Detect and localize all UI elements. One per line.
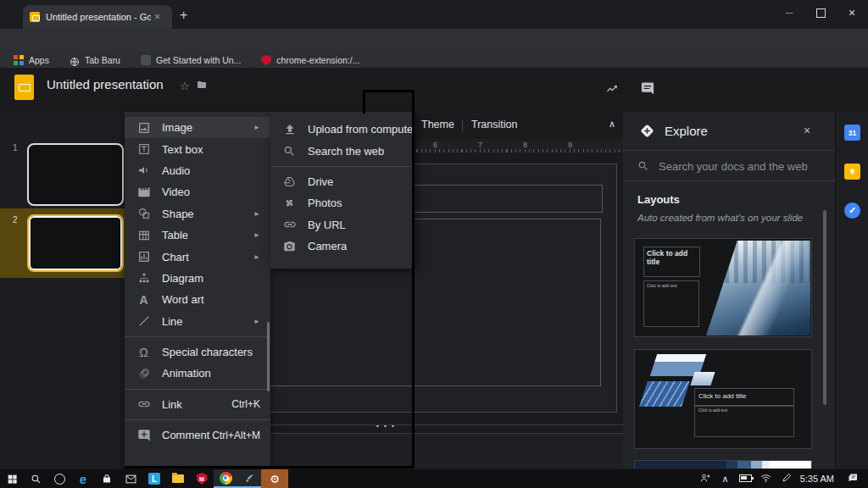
shape-icon xyxy=(136,207,151,221)
slide-thumbnail[interactable] xyxy=(27,143,124,206)
mcafee-m: M xyxy=(199,476,204,482)
menu-item-label: Table xyxy=(162,229,253,241)
store-icon[interactable] xyxy=(95,469,119,488)
slide-thumbnail-selected[interactable] xyxy=(27,214,124,272)
keep-icon[interactable] xyxy=(844,164,860,180)
menu-item-diagram[interactable]: Diagram xyxy=(125,268,270,289)
browser-tab[interactable]: Untitled presentation - Google Sl × xyxy=(23,5,172,29)
edge-icon[interactable]: e xyxy=(71,469,95,488)
menu-item-text-box[interactable]: Text box xyxy=(125,138,270,159)
menu-item-line[interactable]: Line ► xyxy=(125,311,270,332)
diagram-icon xyxy=(136,271,151,286)
submenu-item-upload-from-computer[interactable]: Upload from computer xyxy=(270,119,414,140)
menu-item-animation[interactable]: Animation xyxy=(125,363,270,384)
line-app-icon[interactable]: L xyxy=(142,469,166,488)
bookmark-chrome-extension[interactable]: chrome-extension:/... xyxy=(261,55,359,65)
paint3d-icon[interactable] xyxy=(237,469,261,488)
doc-star-icon[interactable]: ☆ xyxy=(180,80,190,92)
submenu-item-by-url[interactable]: By URL xyxy=(270,214,414,236)
bookmark-tab-baru[interactable]: Tab Baru xyxy=(70,55,120,65)
settings-gear-icon[interactable]: ⚙ xyxy=(261,469,288,488)
menu-item-word-art[interactable]: A Word art xyxy=(125,289,270,310)
wordart-icon: A xyxy=(136,292,151,307)
line-icon xyxy=(136,314,151,329)
ruler-number: 8 xyxy=(523,141,527,149)
menu-item-link[interactable]: Link Ctrl+K xyxy=(125,394,270,415)
menu-divider xyxy=(125,389,270,390)
submenu-item-drive[interactable]: Drive xyxy=(270,171,414,192)
document-title[interactable]: Untitled presentation xyxy=(47,77,164,92)
bulb-icon xyxy=(848,167,857,177)
menu-item-label: Audio xyxy=(162,164,260,177)
calendar-icon[interactable]: 31 xyxy=(844,125,860,141)
clock[interactable]: 5:35 AM xyxy=(800,474,834,484)
slide-thumbnail-row-1[interactable]: 1 xyxy=(0,137,125,208)
mcafee-icon[interactable]: M xyxy=(190,469,214,488)
new-tab-icon[interactable]: + xyxy=(180,8,187,22)
menu-item-shape[interactable]: Shape ► xyxy=(125,203,270,225)
notification-icon[interactable] xyxy=(843,473,863,485)
bookmark-get-started[interactable]: Get Started with Un... xyxy=(141,55,241,65)
overlay-frame-top xyxy=(363,90,415,92)
submenu-item-photos[interactable]: Photos xyxy=(270,192,414,214)
explore-close-icon[interactable]: × xyxy=(804,124,810,137)
submenu-arrow-icon: ► xyxy=(253,124,260,131)
slide-thumbnail-row-2-selected[interactable]: 2 xyxy=(0,208,125,278)
taskbar-search-icon[interactable] xyxy=(24,469,47,488)
menu-item-chart[interactable]: Chart ► xyxy=(125,246,270,267)
people-icon[interactable] xyxy=(695,473,715,485)
tasks-icon[interactable]: ✓ xyxy=(844,202,860,219)
explore-panel: Explore × Search your docs and the web L… xyxy=(623,112,835,469)
chrome-icon[interactable] xyxy=(214,469,237,488)
cortana-icon[interactable] xyxy=(47,469,71,488)
collapse-icon[interactable]: ∧ xyxy=(609,119,615,130)
menu-item-image[interactable]: Image ► xyxy=(125,117,270,138)
bookmark-apps[interactable]: Apps xyxy=(14,55,49,65)
menu-item-video[interactable]: Video xyxy=(125,181,270,202)
notes-handle-icon[interactable]: • • • xyxy=(376,422,396,430)
menu-item-special-characters[interactable]: Ω Special characters xyxy=(125,341,270,363)
start-icon[interactable] xyxy=(0,469,24,488)
wifi-icon[interactable] xyxy=(756,474,776,485)
explore-search[interactable]: Search your docs and the web xyxy=(623,151,835,181)
mail-icon[interactable] xyxy=(119,469,142,488)
battery-icon[interactable] xyxy=(736,474,756,484)
tab-close-icon[interactable]: × xyxy=(154,11,160,23)
bookmark-label: Get Started with Un... xyxy=(156,55,241,65)
trend-icon[interactable] xyxy=(604,82,620,96)
minimize-button[interactable]: — xyxy=(775,0,804,25)
by-url-icon xyxy=(282,218,297,232)
bookmark-label: Apps xyxy=(29,55,49,65)
transition-button[interactable]: Transition xyxy=(471,119,517,130)
link-icon xyxy=(136,397,151,412)
menu-divider xyxy=(125,336,270,337)
pen-icon[interactable] xyxy=(776,473,797,485)
layout-card-2[interactable]: Click to add title Click to add text xyxy=(634,349,812,449)
menu-item-audio[interactable]: Audio xyxy=(125,160,270,181)
restore-button[interactable] xyxy=(806,0,835,25)
camera-icon xyxy=(282,239,297,253)
side-panel-strip: 31 ✓ xyxy=(835,112,868,469)
tray-chevron-icon[interactable]: ∧ xyxy=(715,474,736,485)
submenu-item-search-the-web[interactable]: Search the web xyxy=(270,140,414,161)
comment-history-icon[interactable] xyxy=(640,81,655,96)
explorer-icon[interactable] xyxy=(166,469,190,488)
overlay-frame-right xyxy=(412,90,415,469)
menu-item-comment[interactable]: Comment Ctrl+Alt+M xyxy=(125,424,270,446)
submenu-item-camera[interactable]: Camera xyxy=(270,236,414,257)
menu-scrollbar[interactable] xyxy=(267,322,270,391)
slides-logo-icon[interactable] xyxy=(14,75,34,100)
layout-card-1[interactable]: Click to add title Click to add text xyxy=(634,238,812,337)
layout-card-3[interactable] xyxy=(634,460,812,469)
drive-icon xyxy=(282,175,297,189)
explore-scrollbar[interactable] xyxy=(823,210,826,405)
menu-item-label: Image xyxy=(162,121,253,134)
slide-number: 2 xyxy=(13,215,18,225)
menu-item-label: Word art xyxy=(162,293,260,306)
theme-button[interactable]: Theme xyxy=(421,119,454,130)
menu-item-label: By URL xyxy=(308,219,403,231)
folder-move-icon[interactable] xyxy=(196,80,208,90)
menu-item-label: Special characters xyxy=(162,346,260,358)
close-button[interactable]: × xyxy=(837,0,866,25)
menu-item-table[interactable]: Table ► xyxy=(125,225,270,246)
